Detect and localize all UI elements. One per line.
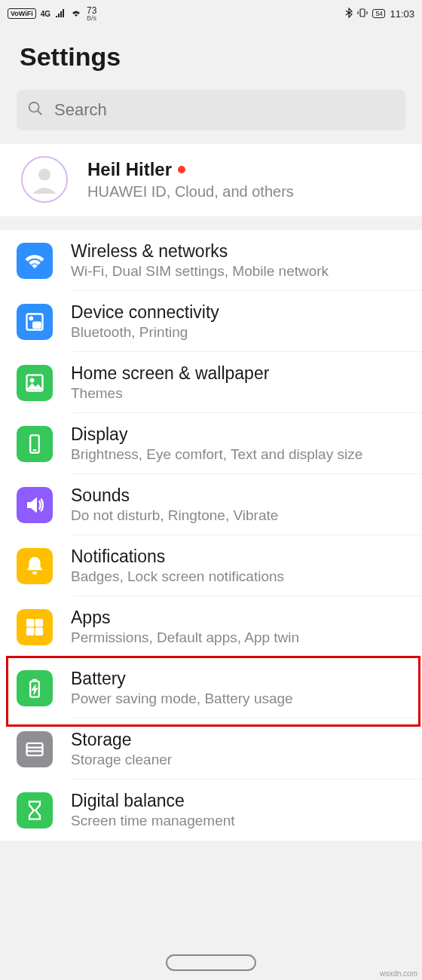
row-subtitle: Bluetooth, Printing — [71, 324, 219, 341]
row-subtitle: Storage cleaner — [71, 752, 172, 768]
row-title: Apps — [71, 608, 299, 628]
settings-row-sounds[interactable]: Sounds Do not disturb, Ringtone, Vibrate — [0, 474, 422, 535]
search-icon — [27, 100, 44, 120]
sound-icon — [17, 487, 53, 523]
settings-row-device-connectivity[interactable]: Device connectivity Bluetooth, Printing — [0, 291, 422, 352]
row-subtitle: Brightness, Eye comfort, Text and displa… — [71, 446, 362, 463]
row-title: Sounds — [71, 485, 278, 506]
row-title: Notifications — [71, 547, 284, 567]
row-title: Device connectivity — [71, 302, 219, 323]
row-subtitle: Themes — [71, 385, 269, 402]
settings-row-battery[interactable]: Battery Power saving mode, Battery usage — [0, 657, 422, 718]
row-title: Storage — [71, 730, 172, 750]
settings-row-digital-balance[interactable]: Digital balance Screen time management — [0, 779, 422, 841]
network-speed: 73 B/s — [87, 6, 96, 22]
settings-row-display[interactable]: Display Brightness, Eye comfort, Text an… — [0, 413, 422, 474]
wallpaper-icon — [17, 365, 53, 401]
search-section — [0, 90, 422, 144]
svg-line-2 — [38, 111, 42, 115]
status-bar: VoWiFi 4G 73 B/s 54 11:03 — [0, 0, 422, 26]
wifi-icon — [17, 243, 53, 279]
svg-point-3 — [38, 169, 50, 181]
settings-row-home-screen-wallpaper[interactable]: Home screen & wallpaper Themes — [0, 352, 422, 413]
svg-point-1 — [29, 103, 39, 112]
page-title: Settings — [0, 26, 422, 90]
hourglass-icon — [17, 792, 53, 828]
account-subtitle: HUAWEI ID, Cloud, and others — [87, 183, 294, 201]
storage-icon — [17, 731, 53, 767]
search-bar[interactable] — [17, 90, 405, 130]
row-subtitle: Permissions, Default apps, App twin — [71, 629, 299, 646]
notification-dot-icon — [178, 166, 185, 173]
status-right: 54 11:03 — [345, 8, 414, 20]
settings-list: Wireless & networks Wi-Fi, Dual SIM sett… — [0, 230, 422, 841]
settings-row-wireless-networks[interactable]: Wireless & networks Wi-Fi, Dual SIM sett… — [0, 230, 422, 291]
account-row[interactable]: Heil Hitler HUAWEI ID, Cloud, and others — [0, 144, 422, 216]
settings-row-storage[interactable]: Storage Storage cleaner — [0, 718, 422, 779]
row-title: Wireless & networks — [71, 241, 329, 262]
bell-icon — [17, 548, 53, 584]
nav-pill-icon[interactable] — [166, 954, 256, 971]
row-subtitle: Badges, Lock screen notifications — [71, 568, 284, 585]
attribution: wsxdn.com — [380, 969, 417, 978]
display-icon — [17, 426, 53, 462]
row-title: Battery — [71, 669, 293, 689]
status-left: VoWiFi 4G 73 B/s — [8, 6, 96, 22]
row-subtitle: Wi-Fi, Dual SIM settings, Mobile network — [71, 263, 329, 280]
row-title: Display — [71, 424, 362, 445]
row-title: Home screen & wallpaper — [71, 363, 269, 384]
network-gen: 4G — [41, 10, 50, 18]
avatar — [21, 156, 68, 203]
account-name: Heil Hitler — [87, 159, 172, 180]
settings-row-notifications[interactable]: Notifications Badges, Lock screen notifi… — [0, 535, 422, 596]
wifi-status-icon — [70, 8, 82, 20]
connectivity-icon — [17, 304, 53, 340]
vowifi-badge: VoWiFi — [8, 8, 36, 19]
row-subtitle: Screen time management — [71, 813, 235, 829]
clock: 11:03 — [390, 8, 414, 20]
battery-badge: 54 — [372, 9, 385, 18]
bluetooth-icon — [345, 8, 353, 20]
row-subtitle: Do not disturb, Ringtone, Vibrate — [71, 507, 278, 524]
search-input[interactable] — [54, 100, 395, 120]
row-subtitle: Power saving mode, Battery usage — [71, 691, 293, 707]
svg-rect-0 — [360, 9, 365, 17]
settings-row-apps[interactable]: Apps Permissions, Default apps, App twin — [0, 596, 422, 657]
row-title: Digital balance — [71, 791, 235, 811]
apps-icon — [17, 609, 53, 645]
signal-bars-icon — [55, 8, 66, 20]
battery-icon — [17, 670, 53, 706]
vibrate-icon — [357, 8, 368, 20]
